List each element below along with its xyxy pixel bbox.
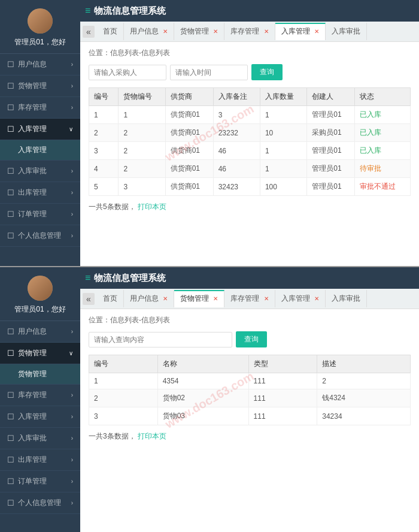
col-header-qty: 入库数量 (260, 88, 306, 106)
tab-audit-2[interactable]: 入库审批 (326, 290, 367, 307)
nav-label: 订单管理 (18, 476, 47, 486)
sidebar-item-outbound-1[interactable]: ☐ 出库管理 › (0, 182, 80, 204)
sidebar-item-audit-2[interactable]: ☐ 入库审批 › (0, 428, 80, 449)
tab-audit-1[interactable]: 入库审批 (326, 23, 367, 40)
sidebar-item-user-info-2[interactable]: ☐ 用户信息 › (0, 321, 80, 343)
tab-goods-2[interactable]: 货物管理 ✕ (174, 290, 224, 307)
tab-goods-1[interactable]: 货物管理 ✕ (174, 23, 224, 40)
footer-note-1: 一共5条数据， 打印本页 (89, 202, 411, 212)
tab-back-btn-1[interactable]: « (83, 26, 95, 38)
arrow-icon-s2-5: › (71, 435, 73, 442)
tab-close-icon-3[interactable]: ✕ (264, 28, 269, 35)
sidebar-2: 管理员01，您好 ☐ 用户信息 › ☐ 货物管理 ∨ 货物管理 ☐ (0, 267, 80, 532)
nav-label: 入库管理 (18, 124, 47, 134)
cell-name: 货物03 (157, 407, 248, 425)
content-area-1: 位置：信息列表-信息列表 查询 编号 货物编号 供货商 入库备注 入库数量 (80, 42, 419, 266)
sidebar-item-goods-1[interactable]: ☐ 货物管理 › (0, 75, 80, 97)
cell-goods-no: 2 (119, 124, 165, 142)
tab-user-1[interactable]: 用户信息 ✕ (124, 23, 174, 40)
cell-qty: 100 (260, 178, 306, 196)
monitor-icon-5: ☐ (7, 167, 14, 176)
arrow-icon-5: › (71, 168, 73, 174)
monitor-icon-s2-6: ☐ (7, 455, 14, 464)
monitor-icon-6: ☐ (7, 188, 14, 197)
tab-close-icon[interactable]: ✕ (163, 28, 168, 35)
arrow-icon-s2-4: › (71, 413, 73, 420)
search-button-1[interactable]: 查询 (251, 64, 283, 80)
tab-close-icon-s2-4[interactable]: ✕ (314, 295, 319, 302)
sidebar-item-outbound-2[interactable]: ☐ 出库管理 › (0, 449, 80, 471)
monitor-icon-s2-5: ☐ (7, 434, 14, 443)
footer-text-2: 一共3条数据， (89, 432, 136, 440)
sidebar-item-inbound-2[interactable]: ☐ 入库管理 › (0, 406, 80, 428)
monitor-icon-s2-1: ☐ (7, 327, 14, 336)
search-input-purchaser[interactable] (89, 65, 166, 80)
avatar-image-1 (28, 8, 53, 34)
tab-home-2[interactable]: 首页 (97, 290, 124, 307)
monitor-icon-s2-7: ☐ (7, 477, 14, 486)
cell-goods-no: 1 (119, 106, 165, 124)
sidebar-item-order-1[interactable]: ☐ 订单管理 › (0, 204, 80, 225)
tab-back-btn-2[interactable]: « (83, 293, 95, 305)
sidebar-item-stock-2[interactable]: ☐ 库存管理 › (0, 385, 80, 406)
cell-note: 32423 (213, 178, 260, 196)
tab-home-1[interactable]: 首页 (97, 23, 124, 40)
sidebar-nav-2: ☐ 用户信息 › ☐ 货物管理 ∨ 货物管理 ☐ 库存管理 › (0, 321, 80, 532)
sidebar-item-goods-2[interactable]: ☐ 货物管理 ∨ (0, 343, 80, 364)
col-header-supplier: 供货商 (165, 88, 213, 106)
tab-close-icon-s2-3[interactable]: ✕ (264, 295, 269, 302)
cell-id: 2 (89, 389, 158, 407)
tab-stock-1[interactable]: 库存管理 ✕ (224, 23, 275, 40)
sidebar-item-personal-1[interactable]: ☐ 个人信息管理 › (0, 225, 80, 247)
app-panel: 管理员01，您好 ☐ 用户信息 › ☐ 货物管理 › ☐ 库存管理 › (0, 0, 419, 532)
nav-label: 个人信息管理 (18, 231, 61, 241)
breadcrumb-2: 位置：信息列表-信息列表 (89, 315, 411, 325)
avatar-1 (28, 8, 53, 34)
nav-label: 入库管理 (18, 412, 47, 422)
sidebar-item-inbound-1[interactable]: ☐ 入库管理 ∨ (0, 119, 80, 140)
tab-close-icon-s2-2[interactable]: ✕ (213, 295, 218, 302)
cell-name: 货物02 (157, 389, 248, 407)
nav-label: 货物管理 (18, 81, 47, 91)
arrow-icon-s2-1: › (71, 328, 73, 335)
search-button-2[interactable]: 查询 (236, 331, 267, 347)
tab-close-icon-2[interactable]: ✕ (213, 28, 218, 35)
print-link-2[interactable]: 打印本页 (138, 432, 166, 440)
table-row: 4 2 供货商01 46 1 管理员01 待审批 (89, 160, 411, 178)
sidebar-item-personal-2[interactable]: ☐ 个人信息管理 › (0, 492, 80, 514)
tab-close-icon-4[interactable]: ✕ (314, 28, 319, 35)
sidebar-subitem-goods-2[interactable]: 货物管理 (0, 364, 80, 385)
search-row-1: 查询 (89, 64, 411, 80)
cell-desc: 34234 (317, 407, 411, 425)
arrow-icon-s2-2: ∨ (69, 350, 73, 356)
arrow-icon-8: › (71, 232, 73, 239)
cell-goods-no: 2 (119, 160, 165, 178)
sidebar-subitem-inbound-1[interactable]: 入库管理 (0, 140, 80, 161)
table-row: 2 2 供货商01 23232 10 采购员01 已入库 (89, 124, 411, 142)
tab-close-icon-s2-1[interactable]: ✕ (163, 295, 168, 302)
search-input-time[interactable] (170, 65, 248, 80)
tab-user-2[interactable]: 用户信息 ✕ (124, 290, 174, 307)
cell-status: 已入库 (355, 106, 411, 124)
table-row: 1 1 供货商01 3 1 管理员01 已入库 (89, 106, 411, 124)
sidebar-item-audit-1[interactable]: ☐ 入库审批 › (0, 161, 80, 182)
cell-creator: 管理员01 (307, 178, 355, 196)
tab-inbound-2[interactable]: 入库管理 ✕ (275, 290, 326, 307)
sidebar-item-user-info-1[interactable]: ☐ 用户信息 › (0, 54, 80, 75)
arrow-icon-s2-3: › (71, 392, 73, 398)
tab-stock-2[interactable]: 库存管理 ✕ (224, 290, 275, 307)
search-input-query[interactable] (89, 332, 232, 347)
cell-note: 46 (213, 160, 260, 178)
arrow-icon-s2-6: › (71, 457, 73, 463)
cell-type: 111 (248, 389, 317, 407)
cell-creator: 采购员01 (307, 124, 355, 142)
tab-inbound-1[interactable]: 入库管理 ✕ (275, 23, 326, 40)
cell-qty: 1 (260, 160, 306, 178)
print-link-1[interactable]: 打印本页 (138, 202, 166, 211)
sidebar-item-order-2[interactable]: ☐ 订单管理 › (0, 471, 80, 492)
monitor-icon-s2-8: ☐ (7, 498, 14, 507)
cell-goods-no: 3 (119, 178, 165, 196)
nav-label: 库存管理 (18, 102, 47, 113)
app-title-1: 物流信息管理系统 (94, 5, 166, 17)
sidebar-item-stock-1[interactable]: ☐ 库存管理 › (0, 97, 80, 119)
